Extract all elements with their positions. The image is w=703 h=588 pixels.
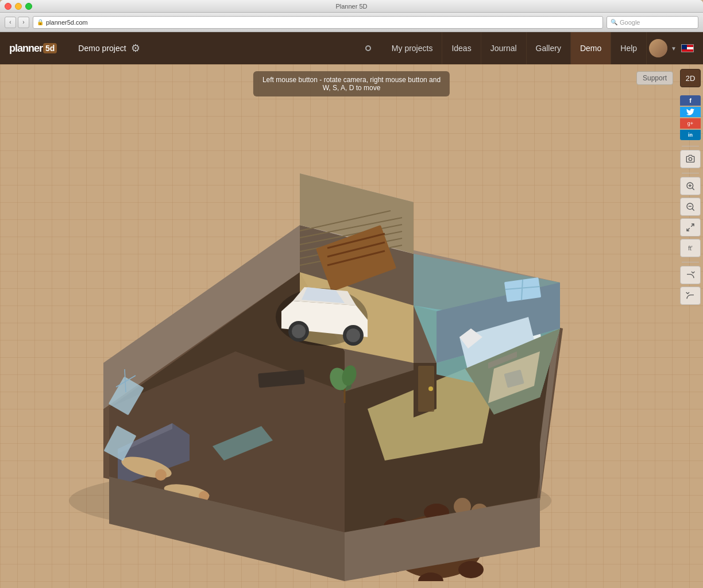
twitter-button[interactable] [680,107,701,117]
minimize-button[interactable] [15,3,22,10]
svg-point-76 [689,157,692,160]
view-2d-button[interactable]: 2D [680,69,701,87]
browser-title: Planner 5D [335,3,367,10]
svg-point-44 [155,469,167,481]
nav-my-projects[interactable]: My projects [383,32,443,64]
maximize-button[interactable] [25,3,32,10]
app-content: planner 5d Demo project ⚙ My projects Id… [0,32,703,588]
toolbar-divider-3 [682,262,699,262]
tooltip-line1: Left mouse button - rotate camera, right… [262,76,441,84]
close-button[interactable] [5,3,11,10]
toolbar-divider-2 [682,173,699,173]
logo-area: planner 5d [9,42,57,55]
address-text: planner5d.com [46,19,88,26]
tooltip-line2: W, S, A, D to move [323,84,381,92]
avatar[interactable] [649,39,667,57]
zoom-out-button[interactable] [680,198,701,216]
browser-titlebar: Planner 5D [0,0,703,13]
floorplan-3d[interactable] [34,110,586,581]
svg-point-69 [428,386,433,391]
right-toolbar: 2D f g+ in [678,64,703,588]
app-header: planner 5d Demo project ⚙ My projects Id… [0,32,703,64]
avatar-image [649,39,667,57]
browser-window: Planner 5D ‹ › 🔒 planner5d.com 🔍 Google … [0,0,703,588]
facebook-button[interactable]: f [680,95,701,106]
googleplus-button[interactable]: g+ [680,118,701,129]
screenshot-button[interactable] [680,150,701,168]
linkedin-button[interactable]: in [680,130,701,140]
svg-point-29 [346,328,360,342]
browser-toolbar: ‹ › 🔒 planner5d.com 🔍 Google [0,13,703,32]
settings-icon[interactable]: ⚙ [131,42,140,55]
nav-demo[interactable]: Demo [571,32,611,64]
svg-line-85 [687,228,690,231]
viewport[interactable]: Left mouse button - rotate camera, right… [0,64,703,588]
redo-button[interactable] [680,287,701,305]
dropdown-arrow-icon[interactable]: ▼ [671,45,677,52]
tooltip-box: Left mouse button - rotate camera, right… [253,71,450,96]
nav-help[interactable]: Help [611,32,647,64]
toolbar-divider-1 [682,146,699,146]
undo-button[interactable] [680,266,701,284]
search-bar[interactable]: 🔍 Google [607,16,698,29]
nav-ideas[interactable]: Ideas [442,32,481,64]
nav-journal[interactable]: Journal [481,32,527,64]
lock-icon: 🔒 [37,19,44,25]
address-bar[interactable]: 🔒 planner5d.com [33,16,603,29]
forward-button[interactable]: › [18,17,29,28]
nav-buttons: ‹ › [5,17,29,28]
nav-links: My projects Ideas Journal Gallery Demo H… [383,32,647,64]
window-controls [5,3,32,10]
back-button[interactable]: ‹ [5,17,16,28]
social-buttons: f g+ in [680,95,701,140]
svg-point-27 [292,324,306,338]
svg-line-83 [692,208,694,211]
support-button[interactable]: Support [636,71,673,85]
measure-button[interactable]: ft' [680,239,701,257]
logo-text: planner [9,42,43,55]
search-icon: 🔍 [611,19,617,25]
fullscreen-button[interactable] [680,218,701,237]
nav-gallery[interactable]: Gallery [527,32,571,64]
logo-5d: 5d [43,43,57,53]
uk-flag-icon[interactable] [681,44,694,52]
search-placeholder: Google [620,19,640,26]
svg-point-51 [458,561,484,578]
svg-line-84 [691,224,694,227]
project-name[interactable]: Demo project [78,44,126,53]
zoom-in-button[interactable] [680,177,701,195]
nav-dot [365,45,371,51]
svg-line-80 [692,188,694,190]
